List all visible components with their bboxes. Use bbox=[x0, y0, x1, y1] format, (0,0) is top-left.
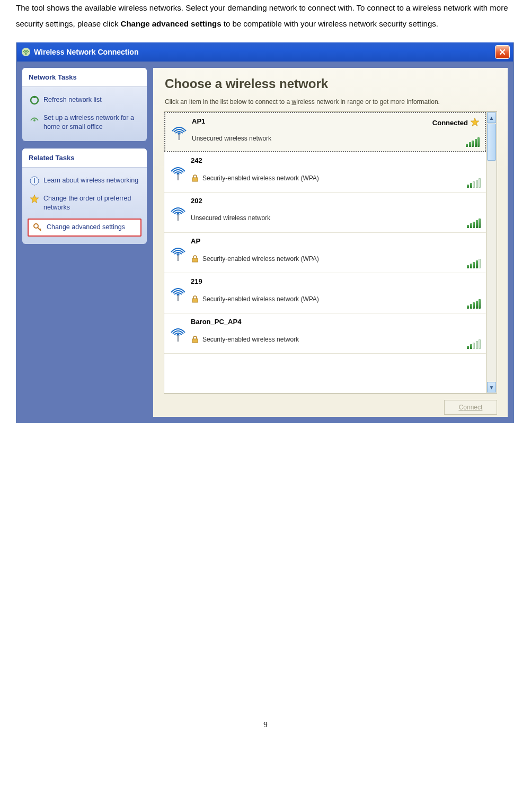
scroll-up-button[interactable]: ▲ bbox=[487, 112, 496, 123]
svg-rect-1 bbox=[25, 53, 26, 55]
network-info: APSecurity-enabled wireless network (WPA… bbox=[189, 236, 418, 270]
svg-rect-19 bbox=[192, 299, 198, 302]
security-label: Security-enabled wireless network (WPA) bbox=[202, 255, 319, 263]
refresh-icon bbox=[30, 95, 39, 105]
task-label: Learn about wireless networking bbox=[43, 176, 138, 185]
network-item[interactable]: Baron_PC_AP4Security-enabled wireless ne… bbox=[164, 313, 486, 354]
network-list-wrapper: AP1Unsecured wireless networkConnected24… bbox=[164, 111, 497, 394]
antenna-icon bbox=[167, 236, 189, 270]
main-instructions: Click an item in the list below to conne… bbox=[153, 95, 508, 111]
antenna-icon bbox=[167, 317, 189, 351]
scrollbar[interactable]: ▲ ▼ bbox=[486, 112, 497, 393]
security-row: Unsecured wireless network bbox=[191, 214, 418, 222]
svg-rect-22 bbox=[192, 339, 198, 343]
svg-point-6 bbox=[34, 224, 38, 228]
lock-icon bbox=[191, 295, 199, 303]
svg-rect-16 bbox=[192, 258, 198, 262]
security-label: Security-enabled wireless network bbox=[202, 336, 299, 343]
svg-rect-11 bbox=[192, 178, 198, 181]
task-refresh[interactable]: Refresh network list bbox=[24, 91, 145, 109]
wireless-icon bbox=[21, 47, 31, 57]
task-label: Refresh network list bbox=[43, 95, 102, 104]
network-name: AP1 bbox=[192, 117, 417, 125]
page-number: 9 bbox=[16, 720, 515, 729]
panel-header: Related Tasks bbox=[22, 149, 147, 168]
setup-icon bbox=[30, 113, 39, 123]
signal-bars bbox=[466, 136, 480, 147]
signal-bars bbox=[467, 177, 481, 188]
svg-rect-21 bbox=[178, 335, 179, 342]
doc-paragraph: The tool shows the available wireless ne… bbox=[16, 0, 515, 32]
svg-rect-8 bbox=[179, 134, 180, 140]
network-info: 202Unsecured wireless network bbox=[189, 196, 418, 230]
main-heading: Choose a wireless network bbox=[153, 68, 508, 95]
svg-rect-18 bbox=[178, 295, 179, 301]
security-row: Unsecured wireless network bbox=[192, 135, 417, 142]
window-title: Wireless Network Connection bbox=[34, 48, 138, 56]
antenna-icon bbox=[167, 155, 189, 190]
network-info: 242Security-enabled wireless network (WP… bbox=[189, 155, 418, 190]
svg-point-0 bbox=[22, 48, 30, 56]
network-name: 202 bbox=[191, 197, 418, 205]
task-label: Change advanced settings bbox=[47, 223, 125, 232]
svg-rect-13 bbox=[178, 214, 179, 221]
main-panel: Choose a wireless network Click an item … bbox=[153, 68, 508, 417]
antenna-icon bbox=[167, 196, 189, 230]
network-name: 219 bbox=[191, 277, 418, 285]
panel-header: Network Tasks bbox=[22, 68, 147, 87]
network-right bbox=[418, 276, 482, 311]
network-list: AP1Unsecured wireless networkConnected24… bbox=[164, 112, 486, 393]
network-item[interactable]: 242Security-enabled wireless network (WP… bbox=[164, 152, 486, 193]
network-info: Baron_PC_AP4Security-enabled wireless ne… bbox=[189, 317, 418, 351]
network-right bbox=[418, 317, 482, 351]
network-name: Baron_PC_AP4 bbox=[191, 318, 418, 326]
task-learn[interactable]: i Learn about wireless networking bbox=[24, 172, 145, 190]
network-right bbox=[418, 236, 482, 270]
scroll-down-button[interactable]: ▼ bbox=[487, 382, 496, 392]
scroll-thumb[interactable] bbox=[487, 124, 496, 161]
connect-button[interactable]: Connect bbox=[444, 400, 497, 415]
signal-bars bbox=[467, 298, 481, 309]
network-item[interactable]: 219Security-enabled wireless network (WP… bbox=[164, 273, 486, 313]
window: Wireless Network Connection Network Task… bbox=[16, 42, 514, 423]
window-body: Network Tasks Refresh network list Set u… bbox=[17, 62, 513, 422]
security-label: Security-enabled wireless network (WPA) bbox=[202, 174, 319, 182]
antenna-icon bbox=[169, 116, 190, 149]
sidebar: Network Tasks Refresh network list Set u… bbox=[22, 68, 147, 417]
task-label: Change the order of preferred networks bbox=[43, 194, 139, 212]
scroll-track[interactable] bbox=[486, 161, 497, 381]
key-icon bbox=[33, 223, 42, 232]
network-item[interactable]: APSecurity-enabled wireless network (WPA… bbox=[164, 233, 486, 273]
network-item[interactable]: AP1Unsecured wireless networkConnected bbox=[164, 112, 486, 152]
svg-rect-10 bbox=[178, 174, 179, 180]
titlebar: Wireless Network Connection bbox=[17, 42, 513, 62]
task-order[interactable]: Change the order of preferred networks bbox=[24, 190, 145, 216]
security-row: Security-enabled wireless network (WPA) bbox=[191, 295, 418, 303]
security-row: Security-enabled wireless network (WPA) bbox=[191, 255, 418, 263]
status-label: Connected bbox=[432, 119, 468, 127]
close-button[interactable] bbox=[495, 45, 510, 59]
network-info: 219Security-enabled wireless network (WP… bbox=[189, 276, 418, 311]
network-right: Connected bbox=[417, 116, 481, 149]
info-icon: i bbox=[30, 176, 39, 186]
lock-icon bbox=[191, 174, 199, 182]
svg-rect-15 bbox=[178, 255, 179, 261]
security-row: Security-enabled wireless network bbox=[191, 335, 418, 344]
panel-network-tasks: Network Tasks Refresh network list Set u… bbox=[22, 68, 147, 141]
task-setup-network[interactable]: Set up a wireless network for a home or … bbox=[24, 109, 145, 136]
button-row: Connect bbox=[153, 394, 508, 417]
network-item[interactable]: 202Unsecured wireless network bbox=[164, 193, 486, 233]
network-right bbox=[418, 155, 482, 190]
security-row: Security-enabled wireless network (WPA) bbox=[191, 174, 418, 182]
task-advanced-settings[interactable]: Change advanced settings bbox=[28, 219, 141, 237]
svg-text:i: i bbox=[33, 177, 35, 185]
lock-icon bbox=[191, 335, 199, 344]
network-name: 242 bbox=[191, 156, 418, 164]
star-icon bbox=[30, 194, 39, 204]
signal-bars bbox=[467, 338, 481, 349]
star-icon bbox=[470, 117, 480, 128]
connect-label: Connect bbox=[459, 404, 483, 411]
network-name: AP bbox=[191, 237, 418, 245]
security-label: Security-enabled wireless network (WPA) bbox=[202, 295, 319, 303]
network-info: AP1Unsecured wireless network bbox=[190, 116, 417, 149]
